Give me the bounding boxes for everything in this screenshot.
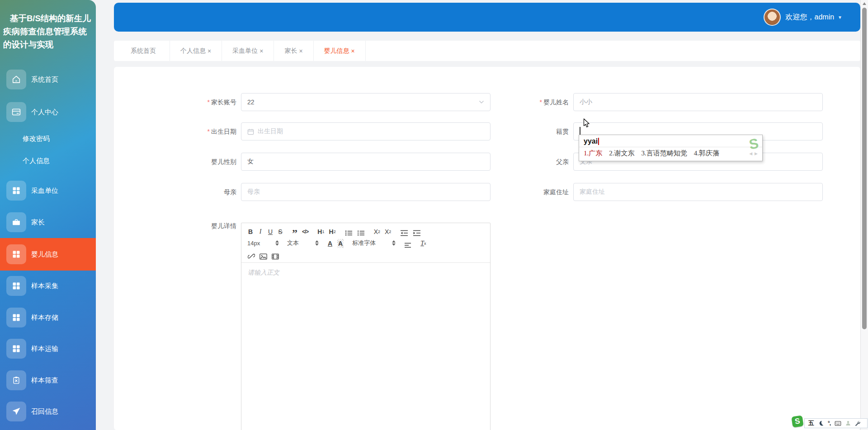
code-button[interactable]: </> [300, 226, 311, 236]
font-color-button[interactable]: A [325, 238, 335, 248]
heading1-button[interactable]: H1 [315, 226, 326, 236]
indent-icon[interactable] [410, 226, 423, 236]
unordered-list-icon[interactable] [355, 226, 367, 236]
clear-format-button[interactable]: Tx [418, 238, 428, 248]
sidebar-item-label: 个人中心 [31, 108, 58, 117]
sidebar-item-baby-info[interactable]: 婴儿信息 [0, 238, 96, 271]
welcome-text[interactable]: 欢迎您，admin [786, 13, 835, 22]
sidebar-item-label: 婴儿信息 [31, 250, 58, 259]
scrollbar-thumb[interactable] [862, 8, 867, 329]
sidebar-item-sample-collection[interactable]: 样本采集 [0, 270, 96, 302]
sidebar-item-personal-info[interactable]: 个人信息 [0, 152, 96, 170]
page-scrollbar[interactable] [860, 0, 868, 430]
close-icon[interactable]: × [259, 47, 263, 55]
sidebar-item-blood-unit[interactable]: 采血单位 [0, 174, 96, 207]
sidebar-item-label: 系统首页 [31, 75, 58, 84]
baby-details-label: 婴儿详情 [123, 217, 236, 235]
tab-blood-unit[interactable]: 采血单位× [222, 41, 274, 61]
font-family-select[interactable]: 标准字体 [350, 238, 397, 248]
user-icon[interactable] [845, 421, 851, 426]
highlight-color-button[interactable]: A [335, 238, 346, 248]
home-address-label: 家庭住址 [458, 183, 569, 201]
chevron-down-icon[interactable]: ▼ [838, 15, 842, 20]
father-label: 父亲 [458, 153, 569, 171]
sidebar-item-label: 样本采集 [31, 282, 58, 290]
sidebar: 基于B/S结构的新生儿疾病筛查信息管理系统的设计与实现 系统首页 个人中心 修改… [0, 0, 96, 430]
sidebar-item-label: 召回信息 [31, 407, 58, 416]
sidebar-item-system-home[interactable]: 系统首页 [0, 63, 96, 96]
parent-account-select[interactable]: 22 [241, 93, 491, 111]
mother-input[interactable]: 母亲 [241, 183, 491, 201]
baby-name-input[interactable]: 小小 [573, 93, 823, 111]
sidebar-item-recall-info[interactable]: 召回信息 [0, 395, 96, 428]
font-size-select[interactable]: 14px [245, 238, 281, 248]
sidebar-item-sample-storage[interactable]: 样本存储 [0, 301, 96, 334]
ime-punctuation-label[interactable]: °, [828, 420, 830, 426]
tab-baby-info[interactable]: 婴儿信息× [314, 41, 366, 61]
ime-candidate[interactable]: 4.郭庆藩 [694, 149, 719, 158]
ime-candidate[interactable]: 3.言语范畴知觉 [642, 149, 687, 158]
grid-icon [6, 308, 26, 327]
baby-gender-label: 婴儿性别 [123, 153, 236, 171]
baby-gender-input[interactable]: 女 [241, 153, 491, 171]
sidebar-item-parents[interactable]: 家长 [0, 206, 96, 238]
outdent-icon[interactable] [398, 226, 410, 236]
scroll-up-icon[interactable] [863, 2, 866, 5]
briefcase-icon [6, 212, 26, 232]
blockquote-button[interactable]: ” [290, 226, 300, 236]
sidebar-item-sample-transport[interactable]: 样本运输 [0, 332, 96, 365]
tab-parents[interactable]: 家长× [274, 41, 313, 61]
home-address-input[interactable]: 家庭住址 [573, 183, 823, 201]
sogou-logo-icon[interactable]: S [791, 415, 803, 427]
clipboard-x-icon [6, 370, 26, 390]
ordered-list-icon[interactable] [343, 226, 355, 236]
close-icon[interactable]: × [351, 47, 355, 55]
top-header: 欢迎您，admin ▼ [114, 3, 860, 32]
parent-account-label: *家长账号 [123, 93, 236, 111]
updown-caret-icon [392, 240, 396, 246]
ime-candidate-list: 1.广东 2.谢文东 3.言语范畴知觉 4.郭庆藩 ◀ ▶ [579, 147, 762, 161]
underline-button[interactable]: U [265, 226, 275, 236]
moon-icon[interactable] [818, 421, 824, 426]
italic-button[interactable]: I [255, 226, 265, 236]
calendar-icon [247, 128, 254, 135]
close-icon[interactable]: × [299, 47, 302, 55]
tab-system-home[interactable]: 系统首页 [114, 41, 170, 61]
subscript-button[interactable]: X2 [372, 226, 382, 236]
line-height-icon[interactable] [402, 238, 414, 248]
ime-candidate[interactable]: 1.广东 [584, 149, 602, 158]
send-icon [6, 402, 26, 421]
avatar[interactable] [764, 9, 781, 26]
bold-button[interactable]: B [245, 226, 255, 236]
strikethrough-button[interactable]: S [275, 226, 285, 236]
paragraph-select[interactable]: 文本 [285, 238, 321, 248]
sidebar-item-personal-center[interactable]: 个人中心 [0, 96, 96, 128]
ime-candidate-popup: yyai 1.广东 2.谢文东 3.言语范畴知觉 4.郭庆藩 ◀ ▶ S [579, 135, 763, 161]
mother-label: 母亲 [123, 183, 236, 201]
image-icon[interactable] [257, 250, 269, 260]
wrench-icon[interactable] [855, 421, 860, 426]
grid-icon [6, 339, 26, 359]
sidebar-item-label: 个人信息 [23, 157, 50, 165]
ime-candidate[interactable]: 2.谢文东 [609, 149, 634, 158]
sidebar-item-label: 采血单位 [31, 187, 58, 195]
id-card-icon [6, 102, 26, 122]
ime-mode-label[interactable]: 五 [808, 419, 814, 427]
app-title: 基于B/S结构的新生儿疾病筛查信息管理系统的设计与实现 [0, 0, 96, 51]
editor-body[interactable]: 请输入正文 [241, 263, 490, 283]
close-icon[interactable]: × [208, 47, 211, 55]
heading2-button[interactable]: H2 [327, 226, 338, 236]
keyboard-icon[interactable] [835, 421, 841, 426]
birth-date-input[interactable]: 出生日期 [241, 122, 491, 140]
sidebar-item-change-password[interactable]: 修改密码 [0, 130, 96, 148]
sidebar-item-label: 样本筛查 [31, 376, 58, 385]
editor-toolbar: B I U S ” </> H1 H2 X2 X2 [241, 223, 490, 263]
grid-icon [6, 244, 26, 264]
superscript-button[interactable]: X2 [382, 226, 393, 236]
sidebar-item-sample-screening[interactable]: 样本筛查 [0, 364, 96, 397]
rich-text-editor: B I U S ” </> H1 H2 X2 X2 [241, 223, 491, 430]
mouse-cursor [583, 118, 590, 130]
link-icon[interactable] [245, 250, 257, 260]
tab-personal-info[interactable]: 个人信息× [170, 41, 222, 61]
video-icon[interactable] [269, 250, 281, 260]
